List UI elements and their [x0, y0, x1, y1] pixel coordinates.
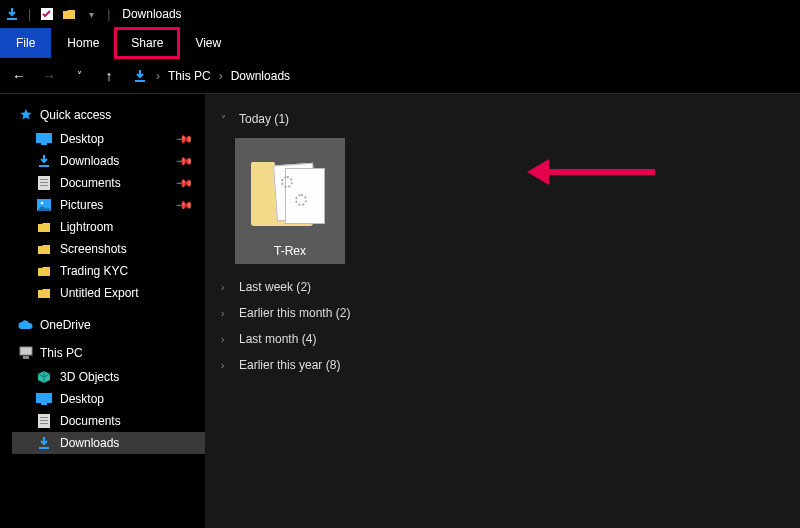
group-last-week[interactable]: › Last week (2) — [221, 274, 784, 300]
file-item-t-rex[interactable]: T-Rex — [235, 138, 345, 264]
pictures-icon — [36, 198, 52, 212]
main-area: Quick access Desktop 📌 Downloads 📌 Docum… — [0, 94, 800, 528]
nav-arrows: ← → ˅ ↑ — [10, 68, 118, 84]
annotation-arrow — [545, 169, 655, 175]
sidebar-item-trading-kyc[interactable]: Trading KYC — [12, 260, 205, 282]
svg-rect-8 — [40, 182, 48, 183]
chevron-down-icon: ˅ — [221, 114, 231, 125]
sidebar-item-3d-objects[interactable]: 3D Objects — [12, 366, 205, 388]
download-icon — [132, 69, 148, 83]
folder-icon — [36, 264, 52, 278]
svg-rect-16 — [41, 403, 47, 405]
pin-icon: 📌 — [174, 195, 193, 214]
chevron-right-icon: › — [219, 69, 223, 83]
sidebar-head-this-pc[interactable]: This PC — [12, 346, 205, 360]
group-last-month[interactable]: › Last month (4) — [221, 326, 784, 352]
sidebar-item-untitled-export[interactable]: Untitled Export — [12, 282, 205, 304]
svg-rect-9 — [40, 185, 48, 186]
svg-rect-20 — [40, 423, 48, 424]
chevron-right-icon: › — [221, 282, 231, 293]
app-icon-download — [4, 7, 20, 21]
sidebar-item-label: Pictures — [60, 198, 103, 212]
cloud-icon — [18, 318, 34, 332]
properties-icon[interactable] — [39, 7, 55, 21]
svg-rect-15 — [36, 393, 52, 403]
breadcrumb[interactable]: › This PC › Downloads — [132, 69, 290, 83]
svg-rect-19 — [40, 420, 48, 421]
svg-rect-12 — [20, 347, 32, 355]
pin-icon: 📌 — [174, 129, 193, 148]
chevron-down-icon[interactable]: ▾ — [83, 7, 99, 21]
sidebar-item-pc-documents[interactable]: Documents — [12, 410, 205, 432]
group-earlier-this-month[interactable]: › Earlier this month (2) — [221, 300, 784, 326]
group-label: Last week (2) — [239, 280, 311, 294]
nav-back[interactable]: ← — [10, 68, 28, 84]
sidebar-item-label: Downloads — [60, 154, 119, 168]
group-label: Earlier this year (8) — [239, 358, 340, 372]
sidebar-item-desktop[interactable]: Desktop 📌 — [12, 128, 205, 150]
sidebar-item-label: Documents — [60, 414, 121, 428]
breadcrumb-downloads[interactable]: Downloads — [231, 69, 290, 83]
svg-rect-4 — [41, 143, 47, 145]
group-earlier-this-year[interactable]: › Earlier this year (8) — [221, 352, 784, 378]
folder-icon — [36, 286, 52, 300]
sidebar-group-onedrive: OneDrive — [12, 318, 205, 332]
svg-rect-18 — [40, 417, 48, 418]
sidebar-item-label: Trading KYC — [60, 264, 128, 278]
sidebar-item-documents[interactable]: Documents 📌 — [12, 172, 205, 194]
sidebar-head-label: OneDrive — [40, 318, 91, 332]
svg-rect-7 — [40, 179, 48, 180]
sidebar-group-this-pc: This PC 3D Objects Desktop Documents Dow… — [12, 346, 205, 454]
breadcrumb-this-pc[interactable]: This PC — [168, 69, 211, 83]
chevron-right-icon: › — [221, 360, 231, 371]
sidebar-head-onedrive[interactable]: OneDrive — [12, 318, 205, 332]
desktop-icon — [36, 392, 52, 406]
separator: | — [107, 7, 110, 21]
sidebar-item-label: Downloads — [60, 436, 119, 450]
pc-icon — [18, 346, 34, 360]
group-label: Last month (4) — [239, 332, 316, 346]
pin-icon: 📌 — [174, 151, 193, 170]
ribbon-tabs: File Home Share View — [0, 28, 800, 58]
folder-small-icon[interactable] — [61, 7, 77, 21]
tab-view[interactable]: View — [179, 28, 237, 58]
sidebar-item-pc-downloads[interactable]: Downloads — [12, 432, 205, 454]
nav-up[interactable]: ↑ — [100, 68, 118, 84]
nav-recent[interactable]: ˅ — [70, 70, 88, 81]
content-pane[interactable]: ˅ Today (1) T-Rex › Last week (2) › Earl… — [205, 94, 800, 528]
svg-rect-2 — [135, 80, 145, 82]
theme-folder-icon — [251, 160, 329, 238]
group-label: Today (1) — [239, 112, 289, 126]
svg-rect-3 — [36, 133, 52, 143]
pin-icon: 📌 — [174, 173, 193, 192]
desktop-icon — [36, 132, 52, 146]
svg-rect-5 — [39, 165, 49, 167]
svg-rect-0 — [7, 18, 17, 20]
sidebar-item-pc-desktop[interactable]: Desktop — [12, 388, 205, 410]
chevron-right-icon: › — [221, 334, 231, 345]
chevron-right-icon: › — [156, 69, 160, 83]
window-title: Downloads — [122, 7, 181, 21]
sidebar-head-label: This PC — [40, 346, 83, 360]
sidebar-item-downloads[interactable]: Downloads 📌 — [12, 150, 205, 172]
sidebar: Quick access Desktop 📌 Downloads 📌 Docum… — [0, 94, 205, 528]
sidebar-item-label: 3D Objects — [60, 370, 119, 384]
sidebar-item-pictures[interactable]: Pictures 📌 — [12, 194, 205, 216]
star-icon — [18, 108, 34, 122]
sidebar-item-label: Desktop — [60, 392, 104, 406]
sidebar-item-lightroom[interactable]: Lightroom — [12, 216, 205, 238]
svg-rect-14 — [23, 356, 29, 359]
folder-icon — [36, 220, 52, 234]
tab-file[interactable]: File — [0, 28, 51, 58]
svg-rect-21 — [39, 447, 49, 449]
sidebar-item-label: Screenshots — [60, 242, 127, 256]
download-icon — [36, 436, 52, 450]
group-today[interactable]: ˅ Today (1) — [221, 106, 784, 132]
sidebar-item-screenshots[interactable]: Screenshots — [12, 238, 205, 260]
sidebar-head-quick-access[interactable]: Quick access — [12, 108, 205, 122]
cube-icon — [36, 370, 52, 384]
tab-share[interactable]: Share — [115, 28, 179, 58]
chevron-right-icon: › — [221, 308, 231, 319]
sidebar-head-label: Quick access — [40, 108, 111, 122]
tab-home[interactable]: Home — [51, 28, 115, 58]
